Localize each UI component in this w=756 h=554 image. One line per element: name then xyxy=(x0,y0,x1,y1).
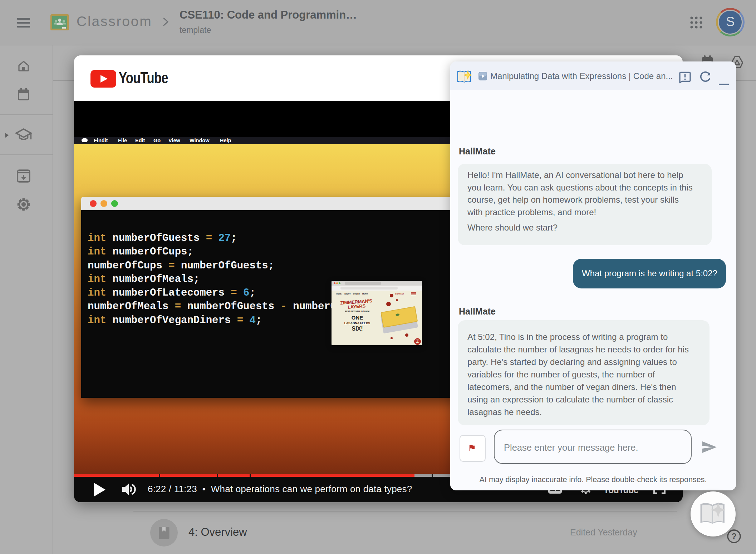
svg-text:?: ? xyxy=(731,531,737,541)
